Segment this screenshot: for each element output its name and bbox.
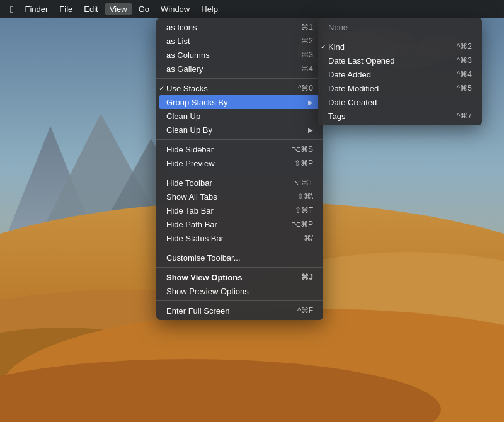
shortcut-tags: ^⌘7 [457, 111, 472, 120]
menu-label: Hide Tab Bar [166, 206, 214, 215]
shortcut-enter-full-screen: ^⌘F [297, 306, 313, 315]
shortcut-show-view-options: ⌘J [301, 273, 313, 282]
submenu-arrow-clean-up-by: ▶ [308, 127, 313, 134]
submenu-separator-1 [318, 37, 482, 37]
menu-label: Use Stacks [166, 84, 208, 93]
shortcut-show-all-tabs: ⇧⌘\ [297, 192, 313, 201]
submenu-label: Tags [328, 111, 345, 121]
menu-label: as Gallery [166, 64, 203, 74]
menu-label: Show View Options [166, 273, 242, 282]
menu-label: as Icons [166, 23, 197, 32]
menu-item-as-list[interactable]: as List ⌘2 [156, 34, 323, 48]
menu-item-as-columns[interactable]: as Columns ⌘3 [156, 48, 323, 62]
menubar:  Finder File Edit View Go Window Help [0, 0, 504, 18]
view-dropdown-menu: as Icons ⌘1 as List ⌘2 as Columns ⌘3 as … [156, 18, 323, 320]
menu-item-hide-tab-bar[interactable]: Hide Tab Bar ⇧⌘T [156, 203, 323, 217]
shortcut-kind: ^⌘2 [457, 42, 472, 51]
menubar-help[interactable]: Help [196, 3, 223, 15]
shortcut-hide-status-bar: ⌘/ [304, 234, 313, 242]
submenu-item-date-created[interactable]: Date Created [318, 95, 482, 109]
menu-item-as-gallery[interactable]: as Gallery ⌘4 [156, 62, 323, 76]
separator-1 [156, 78, 323, 79]
submenu-item-kind[interactable]: ✓ Kind ^⌘2 [318, 40, 482, 54]
submenu-item-none[interactable]: None [318, 20, 482, 34]
submenu-arrow-group-stacks: ▶ [308, 99, 313, 106]
shortcut-as-columns: ⌘3 [301, 50, 313, 59]
menu-label: Show All Tabs [166, 192, 217, 202]
separator-5 [156, 267, 323, 268]
menu-item-hide-toolbar[interactable]: Hide Toolbar ⌥⌘T [156, 176, 323, 190]
shortcut-hide-path-bar: ⌥⌘P [292, 220, 313, 229]
menu-item-customise-toolbar[interactable]: Customise Toolbar... [156, 251, 323, 265]
menu-label: Hide Toolbar [166, 178, 212, 188]
checkmark-use-stacks: ✓ [159, 84, 164, 93]
menubar-view[interactable]: View [105, 3, 132, 15]
separator-2 [156, 139, 323, 140]
separator-6 [156, 300, 323, 301]
submenu-item-date-last-opened[interactable]: Date Last Opened ^⌘3 [318, 54, 482, 67]
menu-label: as List [166, 37, 190, 46]
submenu-label: Date Created [328, 98, 377, 107]
menu-label: Group Stacks By [166, 98, 228, 107]
apple-menu-icon[interactable]:  [5, 3, 18, 16]
menubar-finder[interactable]: Finder [20, 3, 53, 15]
menu-item-use-stacks[interactable]: ✓ Use Stacks ^⌘0 [156, 81, 323, 95]
menu-item-hide-path-bar[interactable]: Hide Path Bar ⌥⌘P [156, 217, 323, 231]
group-stacks-by-submenu: None ✓ Kind ^⌘2 Date Last Opened ^⌘3 Dat… [318, 18, 482, 125]
menu-label: Hide Preview [166, 159, 215, 168]
menu-item-show-preview-options[interactable]: Show Preview Options [156, 284, 323, 298]
menu-label: Hide Path Bar [166, 220, 217, 229]
menubar-edit[interactable]: Edit [79, 3, 103, 15]
shortcut-as-gallery: ⌘4 [301, 64, 313, 73]
menu-label: Hide Status Bar [166, 234, 224, 243]
menubar-go[interactable]: Go [134, 3, 154, 15]
shortcut-hide-preview: ⇧⌘P [294, 159, 313, 168]
submenu-label: Date Added [328, 70, 371, 79]
shortcut-date-added: ^⌘4 [457, 70, 472, 79]
menu-item-as-icons[interactable]: as Icons ⌘1 [156, 20, 323, 34]
submenu-label: None [328, 23, 348, 32]
menu-item-hide-sidebar[interactable]: Hide Sidebar ⌥⌘S [156, 142, 323, 156]
menu-label: Enter Full Screen [166, 306, 229, 316]
menu-item-clean-up[interactable]: Clean Up [156, 109, 323, 123]
menu-item-show-all-tabs[interactable]: Show All Tabs ⇧⌘\ [156, 190, 323, 203]
menu-label: Clean Up [166, 111, 200, 121]
submenu-label: Date Last Opened [328, 56, 395, 66]
menu-item-show-view-options[interactable]: Show View Options ⌘J [156, 270, 323, 284]
checkmark-kind: ✓ [321, 43, 326, 51]
menu-item-hide-preview[interactable]: Hide Preview ⇧⌘P [156, 156, 323, 170]
shortcut-hide-sidebar: ⌥⌘S [292, 145, 313, 154]
menu-label: Hide Sidebar [166, 145, 214, 154]
menu-item-clean-up-by[interactable]: Clean Up By ▶ [156, 123, 323, 137]
shortcut-hide-tab-bar: ⇧⌘T [295, 206, 313, 215]
submenu-item-date-added[interactable]: Date Added ^⌘4 [318, 67, 482, 81]
menu-label: as Columns [166, 50, 210, 60]
separator-3 [156, 173, 323, 173]
menu-label: Customise Toolbar... [166, 253, 241, 263]
submenu-label: Kind [328, 42, 345, 52]
menubar-file[interactable]: File [54, 3, 77, 15]
menu-item-enter-full-screen[interactable]: Enter Full Screen ^⌘F [156, 304, 323, 317]
separator-4 [156, 248, 323, 248]
menubar-window[interactable]: Window [156, 3, 195, 15]
shortcut-as-icons: ⌘1 [301, 23, 313, 31]
shortcut-date-last-opened: ^⌘3 [457, 56, 472, 65]
submenu-item-tags[interactable]: Tags ^⌘7 [318, 109, 482, 123]
menu-label: Show Preview Options [166, 287, 249, 296]
submenu-item-date-modified[interactable]: Date Modified ^⌘5 [318, 81, 482, 95]
shortcut-hide-toolbar: ⌥⌘T [292, 178, 313, 187]
shortcut-as-list: ⌘2 [301, 37, 313, 45]
shortcut-date-modified: ^⌘5 [457, 84, 472, 93]
menu-item-group-stacks-by[interactable]: Group Stacks By ▶ [159, 95, 321, 109]
shortcut-use-stacks: ^⌘0 [298, 84, 313, 93]
menu-label: Clean Up By [166, 125, 212, 135]
menu-item-hide-status-bar[interactable]: Hide Status Bar ⌘/ [156, 231, 323, 245]
submenu-label: Date Modified [328, 84, 379, 93]
